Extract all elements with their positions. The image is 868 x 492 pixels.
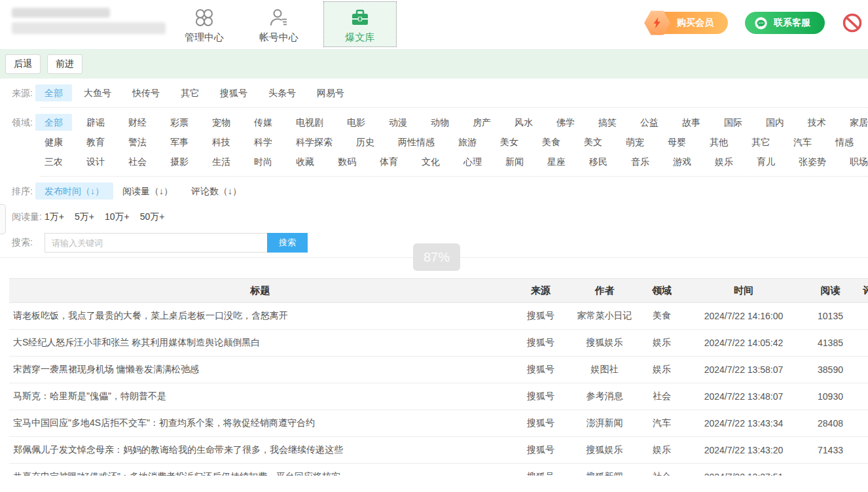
buy-vip-button[interactable]: 购买会员 [649,12,728,34]
readcount-option[interactable]: 1万+ [45,211,64,223]
category-chip[interactable]: 家居 [850,114,868,131]
category-chip[interactable]: 风水 [515,114,533,131]
category-chip[interactable]: 电影 [347,114,365,131]
category-chip[interactable]: 文化 [422,153,440,170]
category-chip[interactable]: 音乐 [631,153,649,170]
table-row[interactable]: 请老板吃饭，我点了最贵的大餐，菜上桌后老板一口没吃，含怒离开搜狐号家常菜小日记美… [9,303,868,330]
nav-item-account-center[interactable]: 帐号中心 [249,1,309,47]
source-chip[interactable]: 其它 [181,84,199,101]
category-chip[interactable]: 其他 [710,133,728,150]
search-input[interactable] [45,233,267,253]
cell-title[interactable]: 请老板吃饭，我点了最贵的大餐，菜上桌后老板一口没吃，含怒离开 [9,303,511,330]
sort-chip[interactable]: 评论数（↓） [191,183,242,200]
table-row[interactable]: 大S经纪人怒斥汪小菲和张兰 称其利用媒体制造舆论颠倒黑白搜狐号搜狐娱乐娱乐202… [9,330,868,357]
source-chip[interactable]: 网易号 [317,84,344,101]
category-chip[interactable]: 情感 [835,133,854,150]
source-chip[interactable]: 快传号 [132,84,160,101]
category-chip[interactable]: 娱乐 [715,153,733,170]
category-chip[interactable]: 体育 [380,153,398,170]
back-button[interactable]: 后退 [5,54,41,74]
table-row-clipped[interactable]: 共享充电宝被曝"好借难还"：多地消费者投诉归还后仍持续扣费，平台回应将核实搜狐号… [9,464,868,476]
category-chip[interactable]: 汽车 [793,133,812,150]
cell-title[interactable]: 共享充电宝被曝"好借难还"：多地消费者投诉归还后仍持续扣费，平台回应将核实 [9,464,511,476]
contact-support-button[interactable]: 联系客服 [745,12,825,34]
category-chip[interactable]: 社会 [128,153,147,170]
source-chip[interactable]: 头条号 [268,84,296,101]
category-chip[interactable]: 张姿势 [799,153,826,170]
category-chip[interactable]: 警法 [128,133,147,150]
category-chip[interactable]: 移民 [589,153,607,170]
block-icon[interactable] [842,12,863,33]
category-chip[interactable]: 彩票 [170,114,189,131]
table-row[interactable]: 宝马中国回应"多地4S店拒不交车"：初查均系个案，将敦促经销商遵守合约搜狐号澎湃… [9,410,868,437]
category-chip[interactable]: 全部 [35,114,72,131]
readcount-option[interactable]: 10万+ [105,211,130,223]
category-chip[interactable]: 历史 [356,133,374,150]
category-chip[interactable]: 设计 [86,153,105,170]
category-chip[interactable]: 育儿 [757,153,775,170]
category-chip[interactable]: 母婴 [668,133,686,150]
category-chip[interactable]: 职场 [850,153,868,170]
source-chip[interactable]: 全部 [35,84,72,101]
nav-item-management-center[interactable]: 管理中心 [174,1,234,47]
category-chip[interactable]: 教育 [86,133,105,150]
category-chip[interactable]: 国际 [724,114,742,131]
table-header-row: 标题来源作者领域时间阅读评论 [9,279,868,303]
table-row[interactable]: 马斯克：哈里斯是"傀儡"，特朗普不是搜狐号参考消息社会2024/7/22 13:… [9,383,868,410]
category-chip[interactable]: 科技 [212,133,230,150]
category-chip[interactable]: 旅游 [458,133,477,150]
cell-title[interactable]: 马斯克：哈里斯是"傀儡"，特朗普不是 [9,383,511,410]
category-chip[interactable]: 传媒 [254,114,272,131]
category-chip[interactable]: 美女 [500,133,518,150]
source-chip[interactable]: 搜狐号 [220,84,247,101]
category-chip[interactable]: 房产 [473,114,491,131]
nav-item-viral-library[interactable]: 爆文库 [323,1,397,47]
category-chip-row: 三农设计社会摄影生活时尚收藏数码体育文化心理新闻星座移民音乐游戏娱乐育儿张姿势职… [45,153,868,170]
category-chip[interactable]: 故事 [682,114,700,131]
category-chip[interactable]: 健康 [45,133,63,150]
cell-title[interactable]: 大S经纪人怒斥汪小菲和张兰 称其利用媒体制造舆论颠倒黑白 [9,330,511,357]
category-chip[interactable]: 电视剧 [296,114,323,131]
category-chip[interactable]: 美文 [584,133,602,150]
category-chip[interactable]: 时尚 [254,153,272,170]
cell-title[interactable]: 宝马中国回应"多地4S店拒不交车"：初查均系个案，将敦促经销商遵守合约 [9,410,511,437]
category-chip[interactable]: 宠物 [212,114,230,131]
category-chip[interactable]: 游戏 [673,153,691,170]
cell-title[interactable]: 宋茜穿一袭黑裙现身机场 慵懒卷发满满松弛感 [9,357,511,383]
category-chip[interactable]: 数码 [338,153,356,170]
category-chip[interactable]: 辟谣 [86,114,105,131]
side-panel-handle[interactable] [0,204,6,234]
category-chip[interactable]: 萌宠 [626,133,644,150]
category-chip[interactable]: 搞笑 [598,114,617,131]
category-chip[interactable]: 两性情感 [398,133,435,150]
category-chip[interactable]: 动物 [431,114,449,131]
search-button[interactable]: 搜索 [267,233,308,253]
category-chip[interactable]: 新闻 [505,153,524,170]
readcount-option[interactable]: 5万+ [75,211,94,223]
category-chip[interactable]: 生活 [212,153,230,170]
table-row[interactable]: 宋茜穿一袭黑裙现身机场 慵懒卷发满满松弛感搜狐号娱图社娱乐2024/7/22 1… [9,357,868,383]
category-chip[interactable]: 三农 [45,153,63,170]
category-chip[interactable]: 科学探索 [296,133,333,150]
category-chip[interactable]: 心理 [463,153,482,170]
sort-chip[interactable]: 阅读量（↓） [122,183,173,200]
category-chip[interactable]: 财经 [128,114,147,131]
category-chip[interactable]: 技术 [808,114,826,131]
category-chip[interactable]: 星座 [547,153,566,170]
forward-button[interactable]: 前进 [47,54,82,74]
category-chip[interactable]: 其它 [751,133,770,150]
category-chip[interactable]: 美食 [542,133,560,150]
sort-chip[interactable]: 发布时间（↓） [35,183,113,200]
cell-title[interactable]: 郑佩佩儿子发文悼念母亲：妈妈的教诲给我的生命带来了很多，我会继续传递这些 [9,437,511,464]
category-chip[interactable]: 收藏 [296,153,314,170]
category-chip[interactable]: 国内 [766,114,784,131]
category-chip[interactable]: 公益 [640,114,659,131]
table-row[interactable]: 郑佩佩儿子发文悼念母亲：妈妈的教诲给我的生命带来了很多，我会继续传递这些搜狐号搜… [9,437,868,464]
category-chip[interactable]: 摄影 [170,153,189,170]
category-chip[interactable]: 动漫 [389,114,407,131]
category-chip[interactable]: 军事 [170,133,189,150]
source-chip[interactable]: 大鱼号 [84,84,111,101]
readcount-option[interactable]: 50万+ [140,211,165,223]
category-chip[interactable]: 佛学 [556,114,575,131]
category-chip[interactable]: 科学 [254,133,272,150]
